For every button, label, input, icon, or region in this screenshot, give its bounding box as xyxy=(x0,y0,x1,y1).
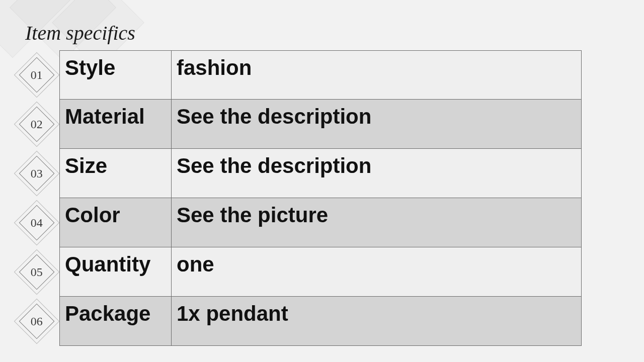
table-row: 02 Material See the description xyxy=(14,100,583,149)
table-row: 01 Style fashion xyxy=(14,50,583,100)
diamond-icon: 06 xyxy=(19,304,55,339)
diamond-icon: 02 xyxy=(19,107,55,142)
row-number: 06 xyxy=(31,315,43,328)
row-number: 04 xyxy=(31,216,43,230)
row-value: See the description xyxy=(172,149,582,198)
row-label: Color xyxy=(59,198,172,247)
row-number-cell: 05 xyxy=(14,247,59,297)
item-specifics-table: 01 Style fashion 02 Material See the des… xyxy=(14,50,583,346)
row-label: Material xyxy=(59,100,172,149)
table-row: 05 Quantity one xyxy=(14,247,583,297)
table-row: 06 Package 1x pendant xyxy=(14,297,583,346)
table-row: 04 Color See the picture xyxy=(14,198,583,247)
diamond-icon: 05 xyxy=(19,254,55,290)
row-label: Style xyxy=(59,50,172,100)
diamond-icon: 03 xyxy=(19,156,55,192)
row-number: 05 xyxy=(31,265,43,279)
row-number-cell: 02 xyxy=(14,100,59,149)
table-row: 03 Size See the description xyxy=(14,149,583,198)
row-value: one xyxy=(172,247,582,297)
row-value: See the picture xyxy=(172,198,582,247)
row-number-cell: 01 xyxy=(14,50,59,100)
row-number-cell: 03 xyxy=(14,149,59,198)
page-title: Item specifics xyxy=(25,21,135,45)
diamond-icon: 04 xyxy=(19,205,55,241)
row-number-cell: 06 xyxy=(14,297,59,346)
diamond-icon: 01 xyxy=(19,57,55,93)
row-label: Quantity xyxy=(59,247,172,297)
row-value: 1x pendant xyxy=(172,297,582,346)
row-number: 01 xyxy=(31,68,43,82)
row-label: Size xyxy=(59,149,172,198)
row-value: fashion xyxy=(172,50,582,100)
row-value: See the description xyxy=(172,100,582,149)
row-number-cell: 04 xyxy=(14,198,59,247)
row-number: 02 xyxy=(31,118,43,131)
row-label: Package xyxy=(59,297,172,346)
row-number: 03 xyxy=(31,167,43,180)
